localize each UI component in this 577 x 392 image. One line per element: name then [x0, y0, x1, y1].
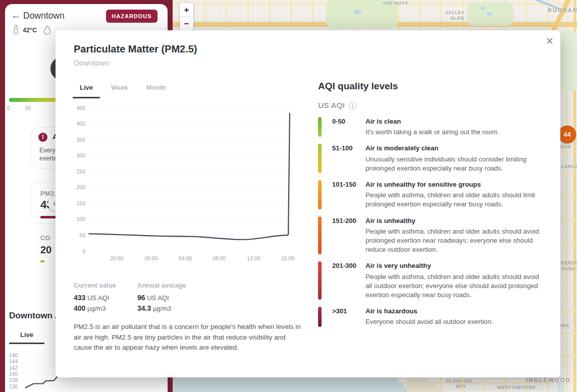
humidity-droplet-icon [43, 25, 51, 37]
svg-text:100: 100 [76, 216, 85, 222]
aqi-level-description: People with asthma, children and older a… [365, 227, 543, 255]
tab-week[interactable]: Week [104, 84, 135, 98]
svg-text:16:00: 16:00 [281, 255, 294, 261]
modal-subtitle: Downtown [74, 59, 109, 67]
map-place-label: PARK [562, 266, 575, 271]
aqi-level-description: People with asthma, children and older a… [365, 191, 543, 209]
aqi-level-title: Air is unhealthy [365, 216, 543, 226]
current-aqi: 433 US AQI [74, 294, 126, 302]
aqi-level-title: Air is clean [365, 117, 543, 126]
scale-tick-50: 50 [25, 105, 31, 111]
svg-text:12:00: 12:00 [247, 255, 260, 261]
annual-average-label: Annual avarage [137, 282, 186, 289]
us-aqi-scale-label: US AQI i [318, 101, 356, 110]
aqi-level-color-bar [318, 117, 322, 137]
map-pond [481, 7, 485, 10]
status-badge: HAZARDOUS [106, 10, 158, 23]
aqi-level-range: >301 [332, 307, 365, 326]
co-level-tick [40, 260, 44, 262]
aqi-level-row: 201-300Air is very unhealthyPeople with … [318, 261, 543, 300]
map-zoom-out-button[interactable]: − [180, 17, 193, 31]
aqi-level-range: 201-300 [332, 261, 365, 300]
svg-text:250: 250 [76, 169, 85, 175]
map-lagoon [557, 382, 565, 392]
svg-text:150: 150 [76, 200, 85, 206]
svg-text:20:00: 20:00 [110, 255, 123, 261]
svg-text:00:00: 00:00 [144, 255, 158, 261]
close-icon[interactable]: ✕ [541, 32, 558, 49]
aqi-level-description: Unusually sensitive individuals should c… [365, 155, 543, 173]
aqi-level-color-bar [318, 180, 322, 209]
map-place-label: LARCHMONT [561, 164, 577, 169]
svg-text:138: 138 [9, 377, 18, 383]
map-ocean [173, 377, 410, 392]
svg-text:50: 50 [79, 232, 85, 238]
modal-tabs: Live Week Month [73, 84, 177, 98]
aqi-level-range: 51-100 [332, 144, 365, 173]
pm25-detail-modal: ✕ Particulate Matter (PM2.5) Downtown Li… [56, 30, 560, 377]
aqi-level-description: People with asthma, children and older a… [365, 272, 543, 300]
thermometer-icon [13, 25, 19, 36]
svg-text:136: 136 [9, 383, 18, 389]
aqi-level-color-bar [318, 216, 322, 255]
svg-text:04:00: 04:00 [179, 255, 192, 261]
aqi-map-marker[interactable]: 44 [558, 126, 576, 143]
app-root: ERERVAN NUYSVALLEYGLENBURBANKHOLLYWOODLA… [0, 0, 577, 392]
aqi-level-color-bar [318, 144, 322, 173]
aqi-level-row: 101-150Air is unhealthy for sensitive gr… [318, 180, 543, 209]
aqi-level-color-bar [318, 261, 322, 300]
alert-icon: ! [38, 133, 47, 142]
map-place-label: INGLEWOOD [526, 377, 570, 383]
aqi-level-title: Air is unhealthy for sensitive groups [365, 180, 543, 189]
aqi-level-title: Air is moderately clean [365, 144, 543, 153]
aqi-level-row: 0-50Air is cleanIt's worth taking a walk… [318, 117, 543, 137]
info-icon[interactable]: i [349, 102, 356, 109]
map-place-label: PLAYA DEL [446, 378, 474, 383]
current-concentration: 400 µg/m3 [74, 304, 126, 312]
stats-block: Current value 433 US AQI 400 µg/m3 Annua… [74, 282, 197, 315]
map-place-label: WESTCHESTER [497, 385, 536, 390]
temperature-value: 42°C [23, 27, 37, 34]
map-pond [487, 12, 492, 16]
aqi-level-color-bar [318, 307, 322, 326]
svg-text:350: 350 [76, 137, 85, 143]
tab-live[interactable]: Live [73, 84, 100, 98]
map-place-label: BURBANK [548, 7, 577, 13]
svg-text:142: 142 [9, 365, 18, 371]
svg-text:144: 144 [9, 358, 18, 364]
current-value-label: Current value [74, 282, 126, 289]
sidebar-tab-live[interactable]: Live [20, 331, 33, 339]
back-button[interactable]: ← [11, 10, 21, 21]
sidebar-location-title: Downtown [23, 11, 65, 21]
map-place-label: VALLEY [445, 10, 464, 15]
aqi-level-row: >301Air is hazardousEveryone should avoi… [318, 307, 543, 326]
aqi-level-title: Air is hazardous [365, 307, 543, 316]
aqi-level-row: 151-200Air is unhealthyPeople with asthm… [318, 216, 543, 255]
map-zoom-controls: + − [180, 3, 193, 31]
scale-tick-0: 0 [7, 105, 10, 111]
modal-title: Particulate Matter (PM2.5) [74, 43, 197, 55]
svg-text:146: 146 [9, 352, 18, 358]
pm25-line-chart: 45040035030025020015010050020:0000:0004:… [72, 102, 300, 264]
tab-month[interactable]: Month [139, 84, 173, 98]
aqi-levels-heading: AQI quality levels [318, 81, 398, 92]
aqi-level-description: Everyone should avoid all outdoor exerti… [365, 317, 543, 326]
map-zoom-in-button[interactable]: + [180, 3, 193, 17]
annual-aqi: 96 US AQI [137, 294, 186, 302]
aqi-level-row: 51-100Air is moderately cleanUnusually s… [318, 144, 543, 173]
aqi-level-range: 151-200 [332, 216, 365, 255]
aqi-levels-list: 0-50Air is cleanIt's worth taking a walk… [318, 117, 543, 327]
aqi-level-range: 0-50 [332, 117, 365, 137]
map-place-label: GLEN [450, 16, 464, 21]
svg-text:300: 300 [76, 152, 85, 158]
map-pond [353, 9, 361, 14]
aqi-level-range: 101-150 [332, 180, 365, 209]
svg-text:200: 200 [76, 184, 85, 190]
svg-text:450: 450 [76, 105, 85, 111]
pollutant-description: PM2.5 is an air pollutant that is a conc… [74, 322, 304, 353]
aqi-level-title: Air is very unhealthy [365, 261, 543, 270]
svg-text:0: 0 [82, 248, 85, 254]
co-value: 20 [40, 244, 51, 256]
aqi-level-description: It's worth taking a walk or airing out t… [365, 128, 543, 137]
svg-text:08:00: 08:00 [213, 255, 226, 261]
